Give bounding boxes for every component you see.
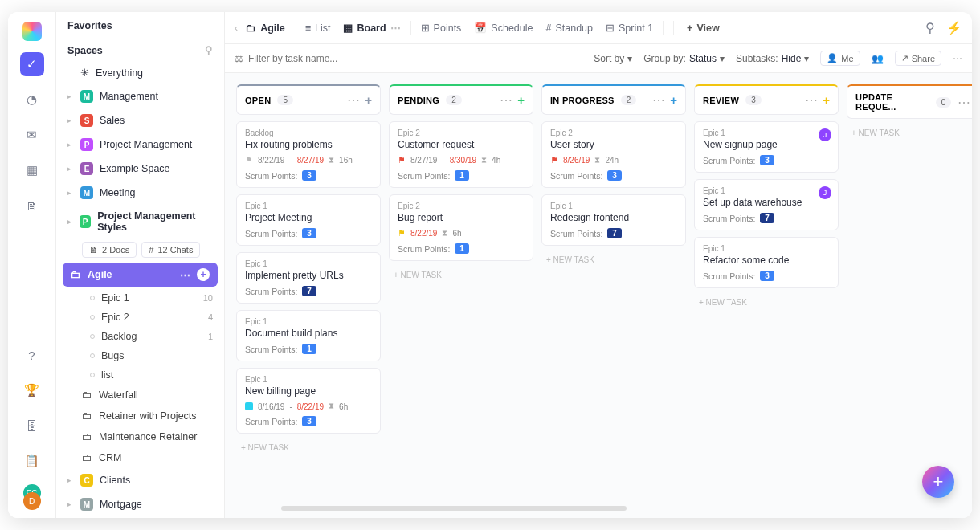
more-icon[interactable]: ⋯ (180, 269, 190, 281)
status-square-icon (245, 402, 253, 410)
task-card[interactable]: Epic 1Implement pretty URLsScrum Points:… (236, 252, 381, 304)
rail-clipboard-icon[interactable]: 📋 (20, 449, 44, 473)
due-date: 8/22/19 (410, 229, 437, 238)
sidebar-sub-item[interactable]: list (56, 365, 224, 385)
sidebar-spaces-header[interactable]: Spaces⚲ (56, 36, 224, 61)
add-view-button[interactable]: +View (680, 19, 726, 37)
view-tab[interactable]: ▦Board⋯ (337, 18, 406, 37)
task-card[interactable]: Epic 1Redesign frontendScrum Points:7 (541, 194, 686, 246)
add-task-icon[interactable]: + (823, 93, 830, 107)
filter-icon[interactable]: ⚖ (235, 53, 243, 64)
column-name: REVIEW (703, 96, 739, 105)
pill-chats[interactable]: #12 Chats (141, 242, 200, 258)
sidebar-folder-item[interactable]: 🗀CRM (56, 447, 224, 468)
new-task-button[interactable]: + NEW TASK (236, 440, 381, 455)
me-button[interactable]: 👤Me (820, 51, 860, 66)
sidebar-space-item[interactable]: ▸CClients (56, 468, 224, 492)
rail-avatars[interactable]: EC D (20, 484, 44, 508)
sub-label: Backlog (101, 331, 137, 342)
sidebar-space-item[interactable]: ▸SSales (56, 108, 224, 132)
sidebar-space-item[interactable]: ▸MMortgage (56, 492, 224, 516)
sidebar-folder-item[interactable]: 🗀Waterfall (56, 385, 224, 406)
sidebar-favorites-header[interactable]: Favorites (56, 12, 224, 36)
add-task-icon[interactable]: + (365, 93, 372, 107)
new-task-button[interactable]: + NEW TASK (389, 267, 533, 283)
subtasks-dropdown[interactable]: Subtasks: Hide▾ (736, 53, 809, 64)
sidebar-sub-item[interactable]: Backlog1 (56, 327, 224, 346)
sidebar-space-item[interactable]: ▸PProject Management Styles (56, 205, 224, 238)
add-task-icon[interactable]: + (517, 93, 525, 107)
filter-input[interactable] (248, 53, 377, 64)
card-title: Redesign frontend (550, 212, 677, 223)
more-icon[interactable]: ⋯ (347, 92, 360, 108)
add-icon[interactable]: + (197, 268, 210, 281)
sidebar-folder-item[interactable]: 🗀Retainer with Projects (56, 406, 224, 426)
rail-home-icon[interactable]: ✓ (20, 52, 44, 76)
rail-docs-icon[interactable]: 🗎 (20, 194, 44, 218)
scrum-points-badge: 3 (760, 155, 774, 165)
assignees-icon[interactable]: 👥 (872, 53, 884, 64)
more-icon[interactable]: ⋯ (805, 92, 818, 108)
task-card[interactable]: Epic 1Refactor some codeScrum Points:3 (694, 237, 839, 288)
sidebar-space-item[interactable]: ▸MManagement (56, 84, 224, 108)
new-task-button[interactable]: + NEW TASK (847, 125, 972, 141)
pill-docs[interactable]: 🗎2 Docs (82, 242, 137, 258)
new-task-button[interactable]: + NEW TASK (694, 295, 839, 310)
sidebar-folder-item[interactable]: 🗀Maintenance Retainer (56, 426, 224, 447)
sidebar-space-item[interactable]: ▸MMeeting (56, 181, 224, 205)
card-epic: Epic 1 (703, 244, 830, 253)
new-task-button[interactable]: + NEW TASK (541, 252, 686, 267)
app-logo[interactable] (22, 22, 42, 41)
rail-inbox-icon[interactable]: ✉ (20, 123, 44, 147)
more-icon[interactable]: ⋯ (953, 53, 962, 64)
sidebar-sub-item[interactable]: Bugs (56, 346, 224, 365)
more-icon[interactable]: ⋯ (652, 92, 665, 108)
more-icon[interactable]: ⋯ (390, 22, 401, 34)
task-card[interactable]: JEpic 1Set up data warehouseScrum Points… (694, 179, 839, 230)
task-card[interactable]: BacklogFix routing problems⚑8/22/19-8/27… (236, 121, 381, 188)
task-card[interactable]: Epic 2Customer request⚑8/27/19-8/30/19⧗4… (389, 121, 533, 188)
group-by-dropdown[interactable]: Group by: Status▾ (643, 53, 725, 64)
search-icon[interactable]: ⚲ (205, 44, 213, 56)
view-tab[interactable]: ⊞Points (414, 18, 468, 37)
sidebar-active-list[interactable]: 🗀Agile ⋯ + (63, 263, 218, 287)
more-icon[interactable]: ⋯ (958, 95, 970, 110)
task-card[interactable]: Epic 1Project MeetingScrum Points:3 (236, 194, 381, 246)
fab-create-button[interactable]: + (922, 466, 954, 498)
rail-trophy-icon[interactable]: 🏆 (20, 378, 44, 402)
assignee-avatar[interactable]: J (819, 128, 831, 141)
search-icon[interactable]: ⚲ (925, 20, 935, 35)
task-card[interactable]: Epic 2Bug report⚑8/22/19⧗6hScrum Points:… (389, 194, 533, 261)
automate-icon[interactable]: ⚡ (946, 20, 962, 35)
view-tab[interactable]: 📅Schedule (468, 18, 539, 37)
collapse-sidebar-icon[interactable]: ‹ (235, 22, 238, 34)
add-task-icon[interactable]: + (670, 93, 677, 107)
sort-by-dropdown[interactable]: Sort by▾ (594, 53, 632, 64)
view-tab[interactable]: ≡List (299, 19, 337, 37)
sidebar-space-item[interactable]: ▸PProject Management (56, 132, 224, 157)
space-label: Clients (100, 475, 130, 486)
horizontal-scrollbar[interactable] (281, 506, 627, 511)
task-card[interactable]: Epic 1New billing page8/16/19-8/22/19⧗6h… (236, 368, 381, 434)
scrum-points-label: Scrum Points: (703, 271, 755, 281)
rail-help-icon[interactable]: ? (20, 343, 44, 367)
task-card[interactable]: JEpic 1New signup pageScrum Points:3 (694, 121, 839, 173)
rail-notif-icon[interactable]: ◔ (20, 88, 44, 112)
sidebar-space-item[interactable]: ▸EExample Space (56, 157, 224, 181)
view-tab[interactable]: #Standup (539, 19, 599, 37)
share-button[interactable]: ↗Share (895, 51, 941, 66)
rail-work-icon[interactable]: 🗄 (20, 414, 44, 438)
sidebar-sub-item[interactable]: Epic 24 (56, 308, 224, 327)
space-avatar: P (80, 138, 93, 151)
rail-apps-icon[interactable]: ▦ (20, 158, 44, 182)
more-icon[interactable]: ⋯ (500, 92, 512, 108)
task-card[interactable]: Epic 2User story⚑8/26/19⧗24hScrum Points… (541, 121, 686, 188)
view-tab[interactable]: ⊟Sprint 1 (599, 18, 659, 37)
add-space-button[interactable]: +Add Space (56, 516, 224, 518)
task-card[interactable]: Epic 1Document build plansScrum Points:1 (236, 310, 381, 361)
sidebar-sub-item[interactable]: Epic 110 (56, 288, 224, 308)
hourglass-icon: ⧗ (442, 229, 447, 238)
breadcrumb[interactable]: 🗀Agile (246, 22, 285, 34)
sidebar-everything[interactable]: ✳Everything (56, 61, 224, 84)
assignee-avatar[interactable]: J (819, 186, 831, 199)
